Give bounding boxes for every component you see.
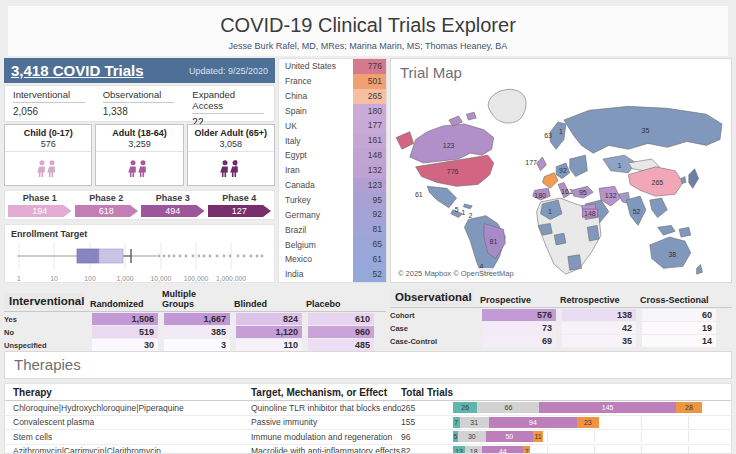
stat-value[interactable]: 1,338	[103, 103, 185, 117]
country-row[interactable]: Germany92	[279, 207, 386, 222]
country-value[interactable]: 161	[353, 133, 386, 148]
phase-arrow[interactable]: 194	[8, 205, 72, 217]
heat-cell[interactable]: 69	[482, 335, 556, 347]
map-region-central-america[interactable]	[451, 210, 463, 218]
country-row[interactable]: Iran132	[279, 163, 386, 178]
map-region-greenland[interactable]	[488, 89, 526, 123]
map-region-caribbean[interactable]	[463, 204, 472, 209]
country-value[interactable]: 177	[353, 118, 386, 133]
country-row[interactable]: Belgium65	[279, 237, 386, 252]
map-region-east-africa[interactable]	[587, 225, 599, 241]
heat-cell[interactable]: 3	[164, 339, 230, 351]
world-map[interactable]	[391, 81, 731, 281]
age-box-2[interactable]: Older Adult (65+)3,058	[187, 124, 275, 186]
phase-arrow[interactable]: 618	[75, 205, 139, 217]
heat-cell[interactable]: 1,667	[164, 313, 230, 325]
phase-arrow[interactable]: 127	[208, 205, 272, 217]
heat-cell[interactable]: 485	[308, 339, 374, 351]
map-region-turkey[interactable]	[572, 186, 593, 198]
heat-cell[interactable]: 73	[482, 322, 556, 334]
map-region-korea[interactable]	[681, 177, 686, 184]
country-row[interactable]: Italy161	[279, 133, 386, 148]
therapy-bar-segment[interactable]: 7	[523, 446, 530, 454]
heat-cell[interactable]: 610	[308, 313, 374, 325]
heat-cell[interactable]: 519	[92, 326, 158, 338]
country-row[interactable]: United States776	[279, 59, 386, 74]
country-row[interactable]: India52	[279, 267, 386, 282]
map-region-india[interactable]	[626, 196, 646, 225]
therapy-bar-segment[interactable]: 66	[477, 402, 539, 413]
map-region-southeast-asia[interactable]	[650, 198, 668, 218]
therapy-bar-segment[interactable]: 18	[465, 446, 482, 454]
country-value[interactable]: 92	[353, 207, 386, 222]
map-region-italy[interactable]	[558, 182, 570, 198]
therapy-bar-segment[interactable]: 23	[577, 417, 599, 428]
country-value[interactable]: 501	[353, 74, 386, 89]
country-value[interactable]: 81	[353, 222, 386, 237]
therapy-bar-segment[interactable]: 30	[458, 431, 486, 442]
therapy-bar-segment[interactable]: 94	[489, 417, 577, 428]
country-value[interactable]: 61	[353, 252, 386, 267]
country-row[interactable]: France501	[279, 74, 386, 89]
therapy-bar-segment[interactable]: 11	[533, 431, 543, 442]
stat-value[interactable]: 2,056	[13, 103, 95, 117]
heat-cell[interactable]: 1,120	[236, 326, 302, 338]
therapy-bar-segment[interactable]: 26	[453, 402, 477, 413]
heat-cell[interactable]: 576	[482, 309, 556, 321]
heat-cell[interactable]: 110	[236, 339, 302, 351]
country-row[interactable]: Spain180	[279, 104, 386, 119]
country-value[interactable]: 180	[353, 104, 386, 119]
map-region-australia[interactable]	[650, 237, 691, 268]
enrollment-boxplot[interactable]: 1101001,00010,000100,0001,000,000	[11, 239, 269, 285]
heat-cell[interactable]: 385	[164, 326, 230, 338]
country-value[interactable]: 95	[353, 193, 386, 208]
heat-cell[interactable]: 60	[642, 309, 716, 321]
heat-cell[interactable]: 14	[642, 335, 716, 347]
therapy-row[interactable]: Azithromycin|Carrimycin|ClarithromycinMa…	[5, 445, 731, 454]
therapy-bar-segment[interactable]: 28	[676, 402, 702, 413]
map-region-scandinavia[interactable]	[550, 122, 566, 149]
map-region-russia[interactable]	[564, 106, 722, 153]
therapy-bar-segment[interactable]: 31	[460, 417, 489, 428]
age-box-0[interactable]: Child (0-17)576	[4, 124, 92, 186]
map-region-indonesia[interactable]	[658, 225, 691, 237]
therapy-bar-segment[interactable]: 145	[539, 402, 675, 413]
heat-cell[interactable]: 824	[236, 313, 302, 325]
country-value[interactable]: 776	[353, 59, 386, 74]
heat-cell[interactable]: 30	[92, 339, 158, 351]
map-region-south-africa[interactable]	[568, 255, 582, 271]
country-row[interactable]: Mexico61	[279, 252, 386, 267]
phase-arrow[interactable]: 494	[141, 205, 205, 217]
map-region-eastern-europe[interactable]	[570, 155, 588, 176]
map-region-germany[interactable]	[556, 163, 570, 179]
therapy-bar-segment[interactable]: 50	[486, 431, 533, 442]
country-row[interactable]: China265	[279, 89, 386, 104]
map-region-mexico[interactable]	[427, 186, 456, 207]
heat-cell[interactable]: 960	[308, 326, 374, 338]
heat-cell[interactable]: 19	[642, 322, 716, 334]
country-value[interactable]: 65	[353, 237, 386, 252]
therapy-row[interactable]: Convalescent plasmaPassive immunity15573…	[5, 416, 731, 431]
heat-cell[interactable]: 1,506	[92, 313, 158, 325]
therapy-row[interactable]: Chloroquine|Hydroxychloroquine|Piperaqui…	[5, 401, 731, 416]
country-value[interactable]: 132	[353, 163, 386, 178]
heat-cell[interactable]: 42	[562, 322, 636, 334]
therapy-bar-segment[interactable]: 13	[453, 446, 465, 454]
map-region-china[interactable]	[628, 167, 683, 196]
map-region-new-zealand[interactable]	[697, 264, 703, 274]
country-row[interactable]: Brazil81	[279, 222, 386, 237]
map-region-japan[interactable]	[689, 169, 699, 189]
country-row[interactable]: Turkey95	[279, 193, 386, 208]
map-region-spain[interactable]	[533, 188, 551, 200]
country-row[interactable]: Egypt148	[279, 148, 386, 163]
map-region-uk[interactable]	[537, 157, 547, 171]
country-value[interactable]: 123	[353, 178, 386, 193]
therapy-bar-segment[interactable]: 44	[482, 446, 523, 454]
country-value[interactable]: 52	[353, 267, 386, 282]
map-region-france[interactable]	[542, 173, 558, 189]
country-row[interactable]: Canada123	[279, 178, 386, 193]
therapy-row[interactable]: Stem cellsImmune modulation and regenera…	[5, 430, 731, 445]
age-box-1[interactable]: Adult (18-64)3,259	[95, 124, 183, 186]
country-value[interactable]: 148	[353, 148, 386, 163]
heat-cell[interactable]: 138	[562, 309, 636, 321]
